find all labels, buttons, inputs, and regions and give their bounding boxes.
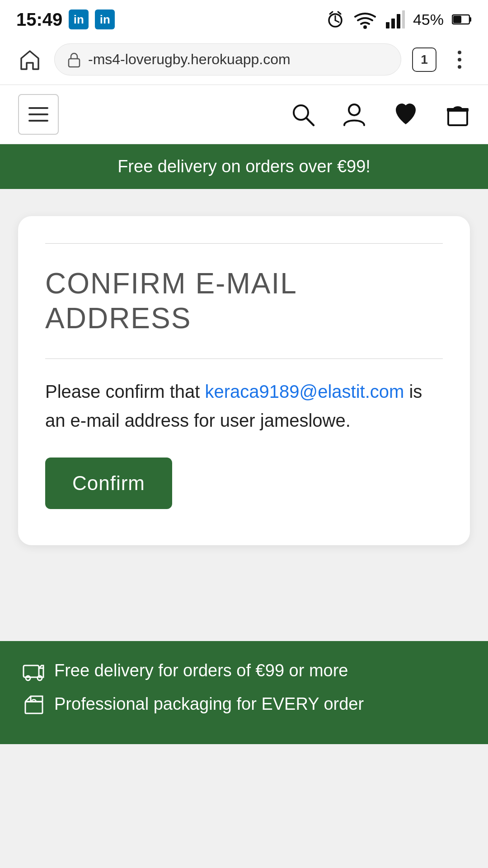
main-content: CONFIRM E-MAIL ADDRESS Please confirm th… <box>0 189 488 641</box>
browser-bar: -ms4-loverugby.herokuapp.com 1 <box>0 36 488 85</box>
svg-point-5 <box>363 25 367 29</box>
search-button[interactable] <box>290 102 315 127</box>
tab-count[interactable]: 1 <box>412 47 436 72</box>
svg-rect-17 <box>448 110 467 125</box>
body-text-1: Please confirm that <box>45 382 205 401</box>
lock-icon <box>67 52 81 68</box>
header-icons <box>290 102 470 127</box>
hamburger-menu-button[interactable] <box>18 94 59 135</box>
heart-icon <box>393 102 418 127</box>
status-right: 45% <box>325 9 472 29</box>
home-button[interactable] <box>16 46 43 73</box>
browser-menu-button[interactable] <box>447 47 472 72</box>
site-header <box>0 85 488 144</box>
bottom-divider <box>45 359 443 359</box>
home-icon <box>18 47 42 72</box>
card-title: CONFIRM E-MAIL ADDRESS <box>45 266 443 336</box>
menu-dot-2 <box>458 58 461 61</box>
email-link[interactable]: keraca9189@elastit.com <box>205 382 404 401</box>
hamburger-line-3 <box>28 120 48 122</box>
svg-rect-9 <box>402 10 405 28</box>
linkedin-icon-2: in <box>95 9 115 29</box>
svg-line-4 <box>338 12 341 14</box>
packaging-icon <box>23 693 45 715</box>
footer-item-delivery: Free delivery for orders of €99 or more <box>23 659 465 682</box>
hamburger-line-1 <box>28 107 48 109</box>
svg-rect-18 <box>447 108 469 112</box>
svg-point-16 <box>349 104 360 115</box>
svg-line-15 <box>306 118 314 125</box>
delivery-icon <box>23 659 45 682</box>
svg-rect-8 <box>397 14 400 28</box>
user-button[interactable] <box>343 102 366 127</box>
battery-icon <box>452 13 472 26</box>
card-body-text: Please confirm that keraca9189@elastit.c… <box>45 377 443 435</box>
wishlist-button[interactable] <box>393 102 418 127</box>
promo-banner: Free delivery on orders over €99! <box>0 144 488 189</box>
hamburger-line-2 <box>28 113 48 115</box>
svg-rect-6 <box>386 22 389 28</box>
svg-rect-22 <box>25 702 42 713</box>
footer-delivery-text: Free delivery for orders of €99 or more <box>54 661 348 680</box>
alarm-icon <box>325 9 345 29</box>
status-time: 15:49 <box>16 9 62 30</box>
wifi-icon <box>353 9 377 29</box>
svg-line-2 <box>335 20 339 22</box>
url-bar[interactable]: -ms4-loverugby.herokuapp.com <box>54 43 401 75</box>
svg-rect-12 <box>469 17 471 22</box>
user-icon <box>343 102 366 127</box>
svg-rect-19 <box>23 665 39 677</box>
menu-dot-3 <box>458 65 461 69</box>
confirm-button[interactable]: Confirm <box>45 458 172 509</box>
svg-rect-13 <box>69 59 80 67</box>
battery-level: 45% <box>413 11 444 28</box>
svg-line-3 <box>330 12 333 14</box>
linkedin-icon-1: in <box>69 9 89 29</box>
url-text: -ms4-loverugby.herokuapp.com <box>88 51 388 68</box>
menu-dot-1 <box>458 51 461 54</box>
footer-packaging-text: Professional packaging for EVERY order <box>54 694 364 714</box>
site-footer: Free delivery for orders of €99 or more … <box>0 641 488 744</box>
status-bar: 15:49 in in 45% <box>0 0 488 36</box>
svg-point-21 <box>38 676 42 680</box>
svg-rect-7 <box>391 19 395 28</box>
confirm-email-card: CONFIRM E-MAIL ADDRESS Please confirm th… <box>18 216 470 545</box>
cart-button[interactable] <box>446 102 470 127</box>
promo-text: Free delivery on orders over €99! <box>117 157 371 176</box>
svg-point-20 <box>26 676 30 680</box>
svg-rect-11 <box>453 16 461 23</box>
status-left: 15:49 in in <box>16 9 115 30</box>
top-divider <box>45 243 443 244</box>
search-icon <box>290 102 315 127</box>
signal-icon <box>385 9 405 29</box>
cart-icon <box>446 102 470 127</box>
footer-item-packaging: Professional packaging for EVERY order <box>23 693 465 715</box>
